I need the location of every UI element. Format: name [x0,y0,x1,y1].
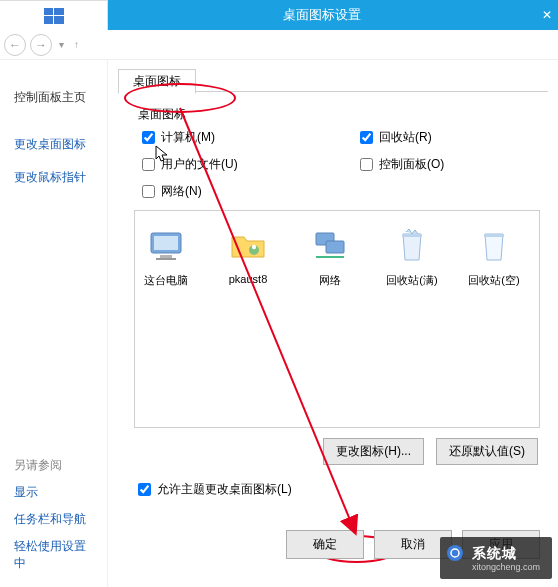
svg-rect-7 [156,258,176,260]
svg-rect-12 [402,234,422,237]
recycle-empty-icon [463,225,525,267]
titlebar: 桌面图标设置 ✕ [0,0,558,30]
forward-button[interactable]: → [30,34,52,56]
dropdown-icon[interactable]: ▾ [56,39,67,50]
up-button[interactable]: ↑ [71,39,82,50]
preview-bin-full[interactable]: 回收站(满) [381,225,443,288]
svg-rect-2 [44,16,53,24]
folder-icon [217,225,279,267]
watermark-icon [446,544,464,562]
restore-defaults-button[interactable]: 还原默认值(S) [436,438,538,465]
pc-icon [135,225,197,267]
tab-strip: 桌面图标 [118,68,548,92]
dialog-title: 桌面图标设置 [108,0,536,30]
checkbox-allow-theme-input[interactable] [138,483,151,496]
ok-button[interactable]: 确定 [286,530,364,559]
svg-rect-5 [154,236,178,250]
sidebar-seealso: 另请参阅 [14,452,97,479]
preview-pc[interactable]: 这台电脑 [135,225,197,288]
svg-rect-1 [54,8,64,15]
back-button[interactable]: ← [4,34,26,56]
change-icon-button[interactable]: 更改图标(H)... [323,438,424,465]
sidebar-ease[interactable]: 轻松使用设置中 [14,533,97,577]
tab-desktop-icons[interactable]: 桌面图标 [118,69,196,94]
sidebar-display[interactable]: 显示 [14,479,97,506]
checkbox-cpanel[interactable]: 控制面板(O) [360,156,548,173]
svg-rect-11 [326,241,344,253]
sidebar-home[interactable]: 控制面板主页 [14,84,97,111]
checkbox-allow-theme[interactable]: 允许主题更改桌面图标(L) [138,481,548,498]
checkbox-userfiles-input[interactable] [142,158,155,171]
explorer-icon-area [0,0,108,30]
sidebar-link-icons[interactable]: 更改桌面图标 [14,131,97,158]
svg-rect-0 [44,8,53,15]
close-icon[interactable]: ✕ [536,0,558,30]
preview-network[interactable]: 网络 [299,225,361,288]
recycle-full-icon [381,225,443,267]
preview-bin-empty[interactable]: 回收站(空) [463,225,525,288]
icon-preview: 这台电脑 pkaust8 网络 回收站(满) 回收站(空) [134,210,540,428]
network-icon [299,225,361,267]
main-area: 控制面板主页 更改桌面图标 更改鼠标指针 另请参阅 显示 任务栏和导航 轻松使用… [0,60,558,587]
svg-point-9 [252,245,256,249]
svg-point-15 [447,545,463,561]
sidebar-taskbar[interactable]: 任务栏和导航 [14,506,97,533]
sidebar: 控制面板主页 更改桌面图标 更改鼠标指针 另请参阅 显示 任务栏和导航 轻松使用… [0,60,108,587]
checkbox-grid: 计算机(M) 回收站(R) 用户的文件(U) 控制面板(O) 网络(N) [142,129,548,200]
checkbox-computer[interactable]: 计算机(M) [142,129,330,146]
checkbox-recycle[interactable]: 回收站(R) [360,129,548,146]
nav-bar: ← → ▾ ↑ [0,30,558,60]
svg-rect-13 [484,234,504,237]
windows-icon [44,8,64,24]
svg-rect-3 [54,16,64,24]
watermark: 系统城 xitongcheng.com [440,537,552,579]
group-label: 桌面图标 [138,106,548,123]
icon-button-row: 更改图标(H)... 还原默认值(S) [118,438,538,465]
checkbox-network[interactable]: 网络(N) [142,183,330,200]
preview-user[interactable]: pkaust8 [217,225,279,285]
checkbox-computer-input[interactable] [142,131,155,144]
checkbox-recycle-input[interactable] [360,131,373,144]
checkbox-cpanel-input[interactable] [360,158,373,171]
checkbox-userfiles[interactable]: 用户的文件(U) [142,156,330,173]
dialog-body: 桌面图标 桌面图标 计算机(M) 回收站(R) 用户的文件(U) 控制面板(O)… [108,60,558,587]
sidebar-link-mouse[interactable]: 更改鼠标指针 [14,164,97,191]
svg-rect-6 [160,255,172,258]
checkbox-network-input[interactable] [142,185,155,198]
